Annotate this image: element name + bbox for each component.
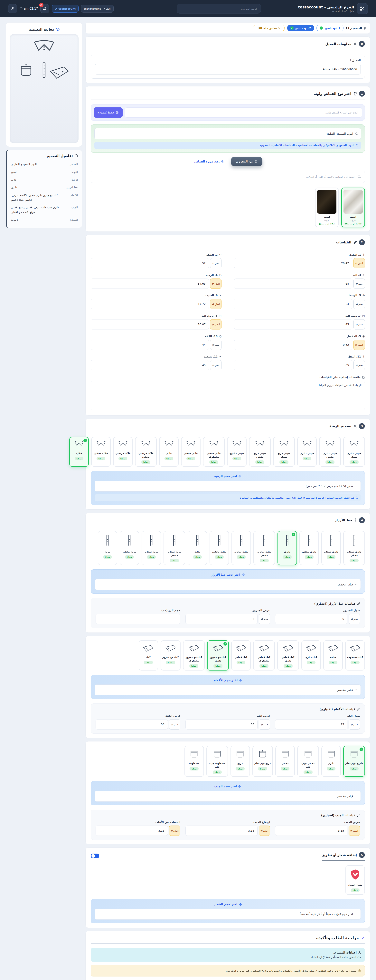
neck-option-card[interactable]: ✓ صيني مربع مسكر مجانا [273,437,295,467]
selected-template-input[interactable]: الثوب السعودي التقليدي [94,128,361,139]
pocket-option-card[interactable]: ✓ دائري جيب قلم مجانا [343,746,365,777]
measurement-notes-textarea[interactable]: الرجاء الدقة في الخياطة عزيزي الخياط. [90,381,365,410]
unit-toggle-button[interactable]: سم⇄ [169,719,180,730]
unit-toggle-button[interactable]: انش⇄ [210,319,222,329]
custom-field-input[interactable] [95,719,168,730]
measure-input[interactable] [234,258,352,268]
neck-option-card[interactable]: ✓ قلاب مخفي مجانا [91,437,111,467]
account-chip[interactable]: testaccount [52,5,79,13]
measure-input[interactable] [90,319,209,329]
user-menu-button[interactable] [8,4,17,13]
sleeve-option-card[interactable]: ✓ كبك مشطوف مجانا [345,640,365,670]
unit-toggle-button[interactable]: سم⇄ [349,719,360,730]
unit-toggle-button[interactable]: انش⇄ [210,299,222,309]
neck-option-card[interactable]: ✓ صيني دائري مجانا [297,437,317,467]
sleeve-option-card[interactable]: ✓ كبك مع جيزور مشطوف مجانا [183,640,205,670]
source-inventory-button[interactable]: من المخزون [231,157,262,166]
unit-toggle-button[interactable]: انش⇄ [259,826,270,836]
fabric-search-input[interactable] [90,171,365,183]
neck-option-card[interactable]: ✓ عادي مخفي مشطوف مجانا [203,437,225,467]
fabric-card[interactable]: ابيض تترون 1203 ثوب متاح [341,188,365,227]
buttonline-option-card[interactable]: ✓ مربع مخفي مجانا [120,531,139,565]
unit-toggle-button[interactable]: سم⇄ [210,340,222,350]
measure-input[interactable] [234,278,352,289]
neck-option-card[interactable]: ✓ قلاب فرنسي مخفي مجانا [135,437,157,467]
measure-input[interactable] [234,340,352,350]
apply-to-all-button[interactable]: تطبيق على الكل [252,25,285,31]
custom-field-input[interactable] [95,826,168,836]
buttonline-option-card[interactable]: ✓ دائري مخفي مجانا [300,531,319,565]
buttonline-option-card[interactable]: ✓ دائري سحاب مخفي مجانا [343,531,365,565]
buttonline-option-card[interactable]: ✓ مثلث مجانا [187,531,207,565]
design-item-tab[interactable]: 1. ثوب اسود ✓ [316,25,343,31]
pocket-option-card[interactable]: ✓ مخفي مجانا [275,746,295,777]
unit-toggle-button[interactable]: انش⇄ [349,826,360,836]
sleeve-option-card[interactable]: ✓ كبك دائري مجانا [301,640,321,670]
unit-toggle-button[interactable]: سم⇄ [354,278,365,289]
buttonline-option-card[interactable]: ✓ مثلث مخفي مجانا [209,531,229,565]
neck-option-card[interactable]: ✓ قلاب فرنسي مجانا [113,437,133,467]
neck-option-card[interactable]: ✓ عادي مخفي مجانا [181,437,200,467]
sleeve-option-card[interactable]: ✓ كبك قماش مشطوف مجانا [253,640,275,670]
neck-option-card[interactable]: ✓ عادي مجانا [159,437,179,467]
template-search-input[interactable] [125,107,362,118]
branch-chip[interactable]: الفرع - testaccount [81,5,114,13]
measure-input[interactable] [234,319,352,329]
unit-toggle-button[interactable]: انش⇄ [169,826,180,836]
pocket-option-card[interactable]: ✓ دائري مجانا [321,746,341,777]
measure-input[interactable] [234,360,352,370]
logo-size-select[interactable]: اختر حجم مُعرّف مسبقاً أو أدخل قياساً مخ… [95,908,361,920]
design-item-tab[interactable]: 2. ثوب ابيض ✓ [287,25,314,31]
unit-toggle-button[interactable]: سم⇄ [210,360,222,370]
logo-option-card[interactable]: ✓ شعار المحل مجانا [346,865,365,895]
sleeve-option-card[interactable]: ✓ كبك مع جيزور مجانا [160,640,181,670]
measure-input[interactable] [90,278,209,289]
unit-toggle-button[interactable]: انش⇄ [210,278,222,289]
custom-field-input[interactable] [95,614,180,624]
sleeve-option-card[interactable]: ✓ كبك قماش مجانا [231,640,251,670]
buttonline-option-card[interactable]: ✓ مثلث سحاب مجانا [232,531,251,565]
pocket-option-card[interactable]: ✓ مربع جيب قلم مجانا [252,746,273,777]
fabric-card[interactable]: اسود تترون 142 ثوب متاح [315,188,339,227]
measure-input[interactable] [90,360,209,370]
unit-toggle-button[interactable]: سم⇄ [354,360,365,370]
buttonline-option-card[interactable]: ✓ دائري سحاب مجانا [321,531,341,565]
custom-field-input[interactable] [186,826,258,836]
custom-field-input[interactable] [275,614,347,624]
pocket-option-card[interactable]: ✓ مشطوف مجانا [184,746,204,777]
neck-option-card[interactable]: ✓ قلاب مجانا [69,437,89,467]
unit-toggle-button[interactable]: سم⇄ [210,258,222,268]
measure-input[interactable] [90,258,209,268]
pocket-option-card[interactable]: ✓ مشطوف جيب قلم مجانا [206,746,228,777]
measure-input[interactable] [234,299,352,309]
custom-field-input[interactable] [275,719,347,730]
save-template-button[interactable]: حفظ كنموذج [94,107,122,118]
buttonline-option-card[interactable]: ✓ مثلث سحاب مخفي مجانا [254,531,275,565]
buttonline-size-select[interactable]: قياس مخصص [95,579,361,590]
header-search-input[interactable] [177,4,261,14]
unit-toggle-button[interactable]: انش⇄ [354,340,365,350]
buttonline-option-card[interactable]: ✓ مربع سحاب مخفي مجانا [163,531,185,565]
customer-select[interactable]: Ahmed Ali - 0566666666 [95,64,361,75]
measure-input[interactable] [90,340,209,350]
measure-input[interactable] [90,299,209,309]
buttonline-option-card[interactable]: ✓ مربع سحاب مجانا [141,531,161,565]
pocket-option-card[interactable]: ✓ مربع مجانا [230,746,250,777]
custom-field-input[interactable] [186,614,258,624]
sleeve-option-card[interactable]: ✓ سادة مجانا [323,640,343,670]
unit-toggle-button[interactable]: انش⇄ [354,258,365,268]
notifications-button[interactable]: 47 [40,4,49,13]
buttonline-option-card[interactable]: ✓ دائري مجانا [278,531,297,565]
logo-toggle[interactable] [90,854,99,858]
source-upload-button[interactable]: رفع صورة القماش [193,160,225,163]
sleeve-option-card[interactable]: ✓ كبك مجانا [139,640,158,670]
neck-option-card[interactable]: ✓ صيني مربع مفتوح مجانا [249,437,271,467]
pocket-size-select[interactable]: قياس مخصص [95,791,361,802]
neck-option-card[interactable]: ✓ صيني مفتوح مجانا [227,437,247,467]
neck-size-select[interactable]: صغير (12.5 سم عرض × 7.5 سم عمق) [95,480,361,492]
sleeve-option-card[interactable]: ✓ كبك مع جيزور دائري مجانا [207,640,229,670]
custom-field-input[interactable] [275,826,347,836]
sleeves-size-select[interactable]: قياس مخصص [95,684,361,695]
unit-toggle-button[interactable]: سم⇄ [259,614,270,624]
neck-option-card[interactable]: ✓ صيني دائري مفتوح مجانا [319,437,341,467]
